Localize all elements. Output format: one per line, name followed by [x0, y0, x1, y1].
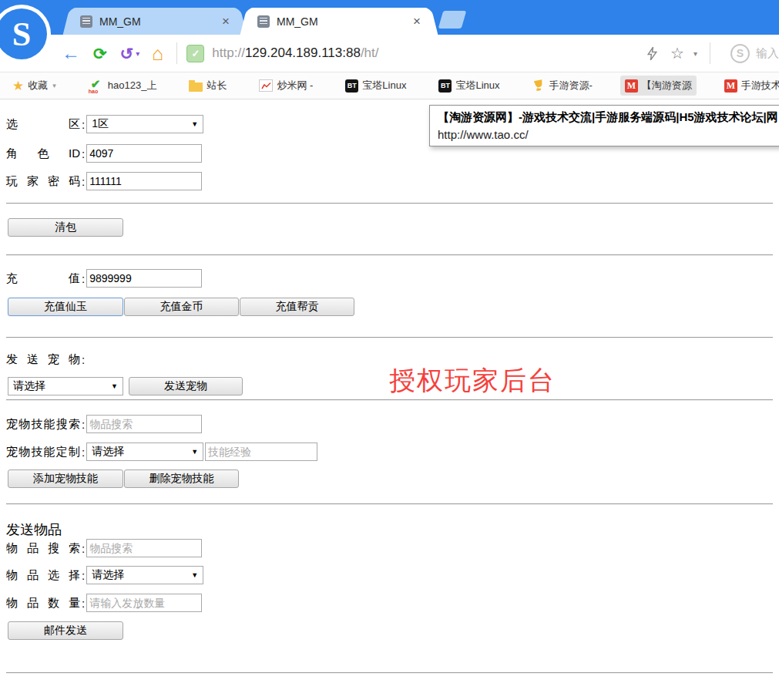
home-icon[interactable]: ⌂ — [152, 44, 163, 63]
bt-icon: BT — [345, 79, 358, 93]
colon: : — [82, 175, 85, 188]
add-pet-skill-button[interactable]: 添加宠物技能 — [8, 469, 123, 488]
clear-bag-button[interactable]: 清包 — [8, 218, 123, 237]
server-select-value: 1区 — [92, 117, 109, 131]
close-icon[interactable]: × — [413, 15, 421, 28]
colon: : — [82, 272, 85, 285]
browser-toolbar: ← ⟳ ↺ ▾ ⌂ ✓ http://129.204.189.113:88/ht… — [0, 35, 779, 72]
bookmark-taoyou-ziyuan[interactable]: M 【淘游资源 — [620, 76, 697, 96]
pet-skill-search-field[interactable] — [86, 415, 202, 433]
item-select[interactable]: 请选择 ▼ — [86, 566, 203, 584]
bookmark-zhanzhang[interactable]: 站长 — [184, 76, 231, 96]
address-bar[interactable]: http://129.204.189.113:88/ht/ — [212, 45, 378, 61]
recharge-amount-field[interactable] — [86, 269, 202, 288]
hao123-icon: ✔ hao — [89, 79, 104, 93]
tooltip-title: 【淘游资源网】-游戏技术交流|手游服务端源码|H5游戏技术论坛|网 — [438, 110, 779, 125]
item-qty-field[interactable] — [86, 594, 202, 612]
divider — [6, 672, 773, 674]
server-label: 选区 — [6, 117, 80, 132]
lightning-icon[interactable] — [646, 46, 658, 61]
item-search-field[interactable] — [86, 539, 202, 557]
tab-mm-gm-1[interactable]: MM_GM × — [71, 8, 239, 35]
tab-mm-gm-2[interactable]: MM_GM × — [248, 8, 430, 35]
pet-skill-custom-label: 宠物技能定制 — [6, 445, 80, 459]
bookmark-hao123[interactable]: ✔ hao hao123_上 — [84, 76, 162, 96]
pet-skill-exp-field[interactable] — [205, 443, 317, 461]
search-input[interactable]: 输入 — [756, 46, 779, 61]
bookmark-label: 宝塔Linux — [362, 79, 406, 93]
url-scheme: http:// — [212, 45, 245, 60]
bt-icon: BT — [438, 79, 452, 93]
bookmark-shouyou-jishu[interactable]: M 手游技术交 — [720, 76, 779, 96]
pet-select-value: 请选择 — [13, 379, 45, 393]
item-search-label: 物品搜索 — [6, 541, 80, 556]
bookmark-label: 宝塔Linux — [455, 79, 499, 93]
send-pet-button[interactable]: 发送宠物 — [129, 377, 243, 395]
select-arrow-icon: ▼ — [191, 571, 198, 579]
star-icon: ★ — [12, 79, 24, 93]
tab-title: MM_GM — [277, 15, 413, 28]
password-label: 玩家密码 — [6, 174, 80, 189]
bookmark-chaomiwang[interactable]: 炒米网 - — [254, 76, 317, 96]
page-icon — [257, 15, 270, 28]
colon: : — [82, 353, 85, 366]
colon: : — [82, 597, 85, 610]
divider — [6, 503, 773, 505]
refresh-icon[interactable]: ⟳ — [93, 45, 107, 62]
sogou-s-icon: S — [0, 8, 47, 59]
authorized-player-watermark: 授权玩家后台 — [389, 363, 556, 399]
close-icon[interactable]: × — [222, 15, 230, 28]
m-icon: M — [625, 79, 638, 93]
bookmark-label: hao123_上 — [108, 79, 157, 93]
send-pet-label: 发送宠物 — [6, 352, 80, 367]
bookmark-baota-linux-1[interactable]: BT 宝塔Linux — [341, 76, 411, 96]
undo-dropdown-icon[interactable]: ▾ — [136, 49, 139, 58]
colon: : — [82, 118, 85, 131]
toolbar-right-group: ☆ ▾ S 输入 — [646, 42, 779, 64]
chart-icon — [259, 79, 273, 92]
sogou-search-icon[interactable]: S — [730, 44, 750, 63]
item-select-value: 请选择 — [92, 568, 124, 582]
bookmark-label: 【淘游资源 — [642, 79, 692, 93]
favorite-star-icon[interactable]: ☆ — [670, 44, 684, 62]
server-select[interactable]: 1区 ▼ — [86, 115, 203, 133]
page-icon — [80, 15, 92, 28]
colon: : — [82, 542, 85, 555]
back-icon[interactable]: ← — [62, 44, 80, 62]
recharge-banggong-button[interactable]: 充值帮贡 — [240, 298, 354, 316]
colon: : — [82, 147, 85, 160]
tooltip-url: http://www.tao.cc/ — [438, 128, 779, 141]
divider — [6, 254, 773, 256]
pet-select[interactable]: 请选择 ▼ — [8, 377, 123, 395]
bookmark-favorites[interactable]: ★ 收藏 ▾ — [8, 76, 61, 96]
bookmark-baota-linux-2[interactable]: BT 宝塔Linux — [434, 76, 504, 96]
password-field[interactable] — [86, 172, 202, 190]
item-select-label: 物品选择 — [6, 568, 80, 583]
roleid-label: 角色ID — [6, 146, 80, 161]
bookmarks-bar: ★ 收藏 ▾ ✔ hao hao123_上 站长 炒米网 - BT 宝塔Linu… — [0, 72, 779, 99]
remove-pet-skill-button[interactable]: 删除宠物技能 — [124, 469, 239, 488]
bookmark-label: 站长 — [207, 79, 227, 93]
pet-skill-select[interactable]: 请选择 ▼ — [86, 443, 203, 461]
folder-icon — [189, 82, 203, 92]
tab-title: MM_GM — [99, 15, 222, 28]
bookmark-label: 手游技术交 — [741, 79, 779, 93]
trophy-icon — [532, 79, 546, 92]
security-shield-icon[interactable]: ✓ — [186, 45, 204, 62]
chevron-down-icon[interactable]: ▾ — [52, 82, 56, 89]
new-tab-button[interactable] — [438, 11, 467, 29]
undo-icon[interactable]: ↺ — [120, 45, 134, 62]
gm-panel-page: 选区 : 1区 ▼ 角色ID : 玩家密码 : 清包 充值 : 充值仙玉 充值金… — [0, 100, 779, 700]
recharge-xianyu-button[interactable]: 充值仙玉 — [8, 298, 123, 316]
recharge-jinbi-button[interactable]: 充值金币 — [124, 298, 239, 316]
roleid-field[interactable] — [86, 144, 202, 163]
url-host: 129.204.189.113:88 — [245, 45, 361, 60]
colon: : — [82, 569, 85, 582]
colon: : — [82, 446, 85, 459]
pet-skill-select-value: 请选择 — [92, 445, 124, 459]
bookmark-shouyou-ziyuan[interactable]: 手游资源- — [528, 76, 597, 96]
url-path: /ht/ — [361, 45, 379, 60]
browser-titlebar: MM_GM × MM_GM × — [0, 0, 779, 35]
mail-send-button[interactable]: 邮件发送 — [8, 621, 123, 640]
chevron-down-icon[interactable]: ▾ — [693, 49, 697, 58]
